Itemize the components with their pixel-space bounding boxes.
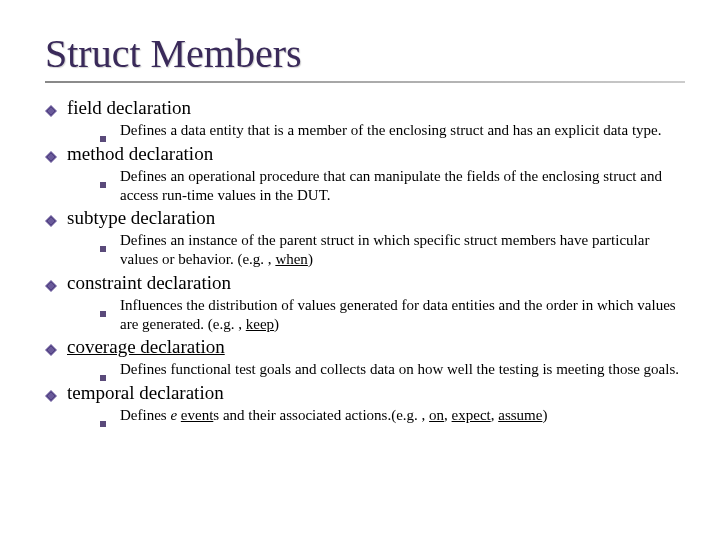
diamond-icon [45, 390, 57, 402]
diamond-icon [45, 280, 57, 292]
level1-heading: constraint declaration [67, 272, 231, 294]
level2-desc: Defines an operational procedure that ca… [120, 167, 680, 205]
title-underline [45, 81, 685, 83]
level1-heading: field declaration [67, 97, 191, 119]
square-icon [100, 246, 106, 252]
level2-item: Defines functional test goals and collec… [100, 360, 690, 379]
level2-desc: Influences the distribution of values ge… [120, 296, 680, 334]
slide-title: Struct Members [45, 30, 690, 77]
square-icon [100, 375, 106, 381]
level1-item: constraint declaration [45, 272, 690, 294]
content-area: field declarationDefines a data entity t… [45, 97, 690, 425]
level1-item: subtype declaration [45, 207, 690, 229]
level1-item: method declaration [45, 143, 690, 165]
level1-item: temporal declaration [45, 382, 690, 404]
level2-item: Defines a data entity that is a member o… [100, 121, 690, 140]
diamond-icon [45, 105, 57, 117]
level1-item: field declaration [45, 97, 690, 119]
level1-heading: temporal declaration [67, 382, 224, 404]
level1-heading: method declaration [67, 143, 213, 165]
square-icon [100, 311, 106, 317]
level2-item: Defines an operational procedure that ca… [100, 167, 690, 205]
level2-item: Influences the distribution of values ge… [100, 296, 690, 334]
square-icon [100, 421, 106, 427]
level2-desc: Defines an instance of the parent struct… [120, 231, 680, 269]
level2-desc: Defines a data entity that is a member o… [120, 121, 662, 140]
square-icon [100, 136, 106, 142]
level1-heading: subtype declaration [67, 207, 215, 229]
diamond-icon [45, 344, 57, 356]
level2-item: Defines an instance of the parent struct… [100, 231, 690, 269]
level2-desc: Defines functional test goals and collec… [120, 360, 679, 379]
level1-heading: coverage declaration [67, 336, 225, 358]
diamond-icon [45, 151, 57, 163]
level1-item: coverage declaration [45, 336, 690, 358]
diamond-icon [45, 215, 57, 227]
level2-item: Defines e events and their associated ac… [100, 406, 690, 425]
level2-desc: Defines e events and their associated ac… [120, 406, 547, 425]
square-icon [100, 182, 106, 188]
